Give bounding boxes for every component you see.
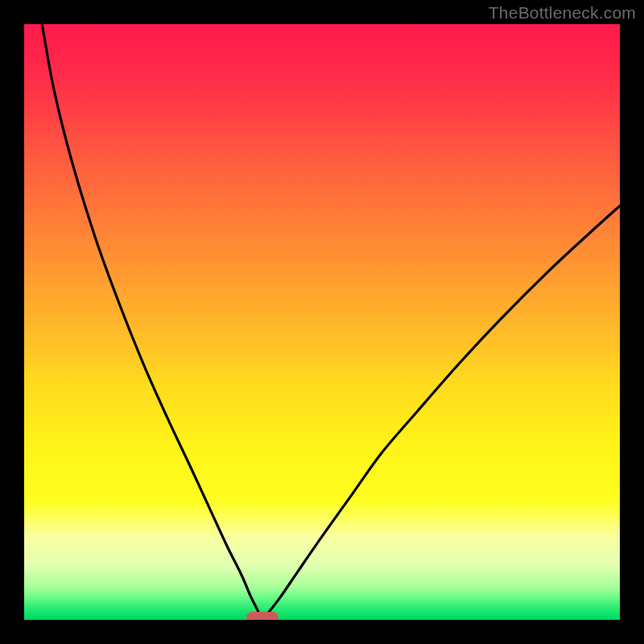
optimal-marker xyxy=(246,612,279,620)
plot-area xyxy=(24,24,620,620)
watermark-text: TheBottleneck.com xyxy=(489,3,636,23)
bottleneck-curve xyxy=(24,24,620,620)
chart-frame: TheBottleneck.com xyxy=(0,0,644,644)
